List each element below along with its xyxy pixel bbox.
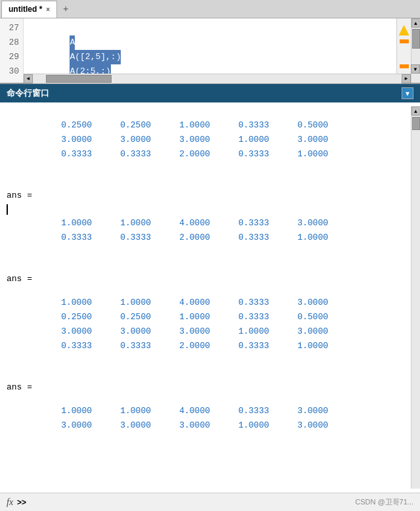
warning-bar-2 bbox=[400, 64, 409, 68]
editor-vscrollbar[interactable]: ▲ ▼ bbox=[411, 18, 420, 83]
cmd-text-area: 0.2500 0.2500 1.0000 0.3333 0.5000 3.000… bbox=[0, 106, 411, 489]
editor-scroll-thumb[interactable] bbox=[412, 29, 420, 49]
cell: 4.0000 bbox=[158, 296, 217, 309]
cell: 2.0000 bbox=[158, 148, 217, 161]
cell: 0.3333 bbox=[217, 148, 276, 161]
cell: 3.0000 bbox=[39, 133, 98, 146]
cell: 1.0000 bbox=[217, 325, 276, 338]
cell: 3.0000 bbox=[98, 419, 158, 432]
cell: 0.3333 bbox=[39, 231, 98, 244]
cmd-content[interactable]: 0.2500 0.2500 1.0000 0.3333 0.5000 3.000… bbox=[0, 102, 420, 493]
cell: 0.5000 bbox=[276, 119, 335, 132]
cell: 0.2500 bbox=[39, 119, 98, 132]
matrix-row: 1.0000 1.0000 4.0000 0.3333 3.0000 bbox=[0, 296, 411, 310]
warning-bar bbox=[400, 39, 409, 43]
cell: 3.0000 bbox=[98, 133, 158, 146]
cell: 0.3333 bbox=[98, 231, 158, 244]
cell: 3.0000 bbox=[158, 325, 217, 338]
cmd-scroll-thumb[interactable] bbox=[412, 117, 420, 130]
matrix-block-2: ans = 1.0000 1.0000 4.0000 0.3333 3.0000… bbox=[0, 271, 411, 353]
matrix-row: 0.3333 0.3333 2.0000 0.3333 1.0000 bbox=[0, 339, 411, 353]
hscroll-left[interactable]: ◄ bbox=[24, 74, 33, 83]
matrix-row: 0.2500 0.2500 1.0000 0.3333 0.5000 bbox=[0, 310, 411, 324]
editor-area: 27 28 29 30 A A([2,5],:) A(2:5,:) A(2:2:… bbox=[0, 18, 420, 84]
cell: 0.3333 bbox=[98, 148, 158, 161]
editor-scroll-up[interactable]: ▲ bbox=[411, 18, 421, 28]
status-right: CSDN @卫哥71... bbox=[355, 497, 413, 507]
cell: 3.0000 bbox=[98, 325, 158, 338]
line-number-27: 27 bbox=[0, 21, 23, 35]
cell: 0.3333 bbox=[39, 340, 98, 353]
matrix-block-1: ans = 1.0000 1.0000 4.0000 0.3333 3.0000 bbox=[0, 188, 411, 245]
cell: 4.0000 bbox=[158, 405, 217, 418]
cell: 0.3333 bbox=[217, 311, 276, 324]
tab-bar: untitled * × + bbox=[0, 0, 420, 18]
cell: 0.3333 bbox=[217, 296, 276, 309]
tab-label: untitled * bbox=[9, 5, 42, 14]
cell: 1.0000 bbox=[39, 217, 98, 230]
cell: 3.0000 bbox=[39, 419, 98, 432]
cell: 3.0000 bbox=[158, 133, 217, 146]
matrix-block-3: ans = 1.0000 1.0000 4.0000 0.3333 3.0000… bbox=[0, 380, 411, 433]
line-number-28: 28 bbox=[0, 35, 23, 50]
cell: 0.2500 bbox=[39, 311, 98, 324]
fx-label: fx bbox=[7, 497, 13, 508]
status-bar: fx >> CSDN @卫哥71... bbox=[0, 493, 420, 511]
cell: 2.0000 bbox=[158, 340, 217, 353]
cell: 3.0000 bbox=[276, 217, 335, 230]
cell: 3.0000 bbox=[39, 325, 98, 338]
cursor-line bbox=[0, 203, 411, 216]
ans-label-1: ans = bbox=[0, 188, 411, 203]
line-number-30: 30 bbox=[0, 64, 23, 79]
cell: 3.0000 bbox=[276, 296, 335, 309]
cell: 0.3333 bbox=[217, 231, 276, 244]
cell: 3.0000 bbox=[276, 325, 335, 338]
cmd-title: 命令行窗口 bbox=[7, 87, 49, 99]
cmd-collapse-button[interactable]: ▼ bbox=[402, 87, 413, 99]
editor-scroll-down[interactable]: ▼ bbox=[411, 64, 420, 74]
cell: 1.0000 bbox=[276, 340, 335, 353]
matrix-row: 1.0000 1.0000 4.0000 0.3333 3.0000 bbox=[0, 216, 411, 231]
cmd-cursor bbox=[7, 204, 8, 215]
cmd-scroll-up[interactable]: ▲ bbox=[411, 106, 421, 116]
editor-line-27: A bbox=[29, 21, 391, 35]
matrix-row: 3.0000 3.0000 3.0000 1.0000 3.0000 bbox=[0, 418, 411, 433]
cell: 2.0000 bbox=[158, 231, 217, 244]
cmd-vscrollbar[interactable]: ▲ bbox=[411, 106, 420, 489]
cell: 1.0000 bbox=[98, 405, 158, 418]
matrix-block-0: 0.2500 0.2500 1.0000 0.3333 0.5000 3.000… bbox=[0, 109, 411, 162]
hscroll-thumb[interactable] bbox=[46, 75, 112, 83]
cell: 1.0000 bbox=[276, 148, 335, 161]
cell: 0.2500 bbox=[98, 119, 158, 132]
tab-close-button[interactable]: × bbox=[46, 6, 50, 13]
cell: 1.0000 bbox=[98, 217, 158, 230]
cell: 0.3333 bbox=[98, 340, 158, 353]
line-numbers: 27 28 29 30 bbox=[0, 18, 24, 83]
cell: 1.0000 bbox=[158, 311, 217, 324]
tab-add-button[interactable]: + bbox=[58, 2, 73, 16]
status-left: fx >> bbox=[7, 497, 26, 508]
cell: 0.3333 bbox=[217, 340, 276, 353]
matrix-row: 3.0000 3.0000 3.0000 1.0000 3.0000 bbox=[0, 324, 411, 339]
matrix-row: 3.0000 3.0000 3.0000 1.0000 3.0000 bbox=[0, 133, 411, 147]
ans-label-2: ans = bbox=[0, 271, 411, 286]
ans-label-3: ans = bbox=[0, 380, 411, 395]
code-highlight-28: A([2,5],:) bbox=[70, 50, 121, 64]
editor-tab[interactable]: untitled * × bbox=[1, 1, 57, 18]
cell: 1.0000 bbox=[98, 296, 158, 309]
code-highlight-a: A bbox=[70, 35, 75, 50]
line-number-29: 29 bbox=[0, 50, 23, 64]
matrix-row: 0.3333 0.3333 2.0000 0.3333 1.0000 bbox=[0, 231, 411, 245]
editor-hscrollbar[interactable]: ◄ ► bbox=[24, 74, 411, 83]
cell: 0.3333 bbox=[217, 119, 276, 132]
cell: 3.0000 bbox=[276, 419, 335, 432]
hscroll-right[interactable]: ► bbox=[402, 74, 411, 83]
matrix-row: 1.0000 1.0000 4.0000 0.3333 3.0000 bbox=[0, 404, 411, 418]
cell: 1.0000 bbox=[276, 231, 335, 244]
cell: 3.0000 bbox=[276, 405, 335, 418]
cell: 3.0000 bbox=[276, 133, 335, 146]
matrix-row: 0.3333 0.3333 2.0000 0.3333 1.0000 bbox=[0, 147, 411, 162]
cell: 1.0000 bbox=[217, 419, 276, 432]
cmd-collapse-icon: ▼ bbox=[404, 90, 411, 97]
cell: 0.3333 bbox=[39, 148, 98, 161]
